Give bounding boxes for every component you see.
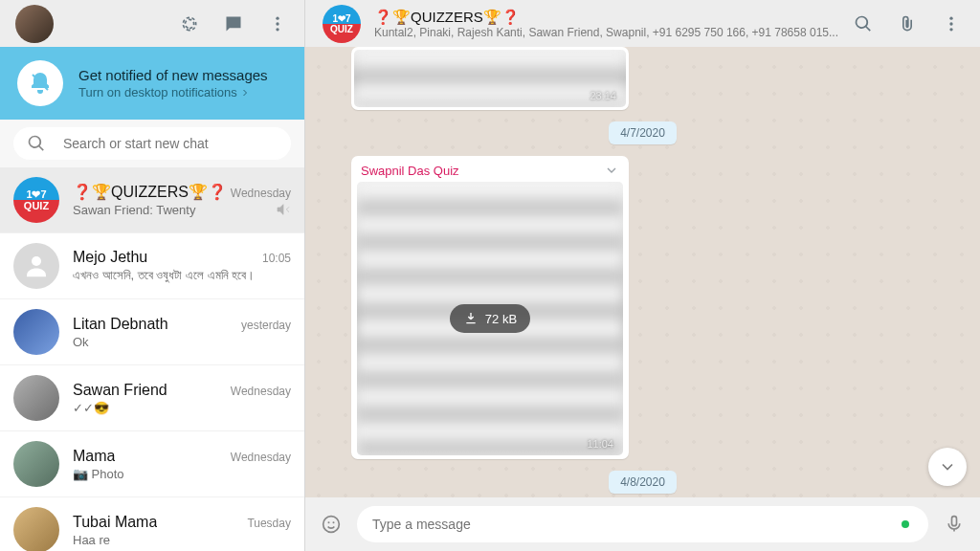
attach-icon[interactable] [896,12,919,35]
muted-icon [276,202,291,221]
chat-item[interactable]: Tubai MamaTuesday Haa re [0,497,304,551]
search-in-chat-icon[interactable] [852,12,875,35]
chevron-down-icon[interactable] [604,163,619,178]
header-icons [178,12,289,35]
conversation-panel: 1❤7QUIZ ❓🏆QUIZZERS🏆❓ Kuntal2, Pinaki, Ra… [305,0,980,551]
chat-preview: ✓✓😎 [73,401,291,415]
chat-item[interactable]: Litan Debnathyesterday Ok [0,299,304,365]
svg-point-2 [276,28,278,31]
chat-avatar [13,441,59,487]
svg-point-5 [949,22,952,25]
conversation-members: Kuntal2, Pinaki, Rajesh Kanti, Sawan Fri… [374,26,838,39]
chat-name: ❓🏆QUIZZERS🏆❓ [73,183,227,201]
message-input-wrapper[interactable] [357,506,928,542]
bell-off-icon [17,60,63,106]
chevron-right-icon [239,87,251,99]
message-sender: Swapnil Das Quiz [361,164,459,178]
download-button[interactable]: 72 kB [450,304,530,333]
svg-point-9 [332,521,334,523]
svg-point-3 [32,256,41,266]
chat-list: 1❤7QUIZ ❓🏆QUIZZERS🏆❓Wednesday Sawan Frie… [0,167,304,551]
search-box[interactable] [13,127,291,160]
chat-avatar [13,507,59,551]
chat-menu-icon[interactable] [940,12,963,35]
chat-avatar [13,375,59,421]
svg-point-8 [327,521,329,523]
image-placeholder[interactable]: 23:14 [354,50,626,107]
svg-point-1 [276,22,278,25]
message-sender-row: Swapnil Das Quiz [357,161,623,182]
chat-time: 10:05 [262,252,291,265]
search-input[interactable] [63,136,278,151]
chat-name: Litan Debnath [73,316,168,333]
chat-preview: Sawan Friend: Twenty [73,203,291,217]
notification-texts: Get notified of new messages Turn on des… [78,67,268,99]
message-time: 23:14 [590,90,616,101]
scroll-to-bottom-button[interactable] [928,448,967,486]
chat-name: Mejo Jethu [73,249,147,266]
search-icon [27,134,46,153]
chat-item[interactable]: Sawan FriendWednesday ✓✓😎 [0,365,304,431]
chat-time: Wednesday [231,385,291,398]
svg-point-4 [949,16,952,19]
new-chat-icon[interactable] [222,12,245,35]
chat-avatar [13,243,59,289]
message-input-bar [305,497,980,551]
conversation-header[interactable]: 1❤7QUIZ ❓🏆QUIZZERS🏆❓ Kuntal2, Pinaki, Ra… [305,0,980,47]
chat-preview: Ok [73,335,291,349]
chat-name: Sawan Friend [73,382,167,399]
notification-bar[interactable]: Get notified of new messages Turn on des… [0,47,304,120]
message-input[interactable] [372,517,902,532]
user-avatar[interactable] [15,5,54,43]
chat-time: yesterday [241,319,291,332]
left-panel-header [0,0,304,47]
mic-icon[interactable] [942,512,967,537]
chat-item[interactable]: MamaWednesday 📷 Photo [0,431,304,497]
date-separator: 4/7/2020 [609,121,677,144]
search-bar [0,120,304,167]
notification-action[interactable]: Turn on desktop notifications [78,85,268,99]
conversation-title: ❓🏆QUIZZERS🏆❓ [374,9,838,26]
chat-name: Tubai Mama [73,514,157,531]
chat-time: Wednesday [231,451,291,464]
messages-area: 23:14 4/7/2020 Swapnil Das Quiz 72 kB 11… [305,47,980,497]
download-icon [463,311,479,326]
chat-name: Mama [73,448,115,465]
chat-preview: Haa re [73,533,291,547]
date-separator: 4/8/2020 [609,471,677,494]
chat-time: Wednesday [231,187,291,200]
menu-icon[interactable] [266,12,289,35]
chat-item-quizzers[interactable]: 1❤7QUIZ ❓🏆QUIZZERS🏆❓Wednesday Sawan Frie… [0,167,304,233]
svg-point-0 [276,16,278,19]
chat-time: Tuesday [247,517,291,530]
chat-preview: 📷 Photo [73,467,291,481]
image-placeholder[interactable]: 72 kB 11:04 [357,182,623,455]
download-size: 72 kB [485,312,517,326]
status-icon[interactable] [178,12,201,35]
message-time: 11:04 [587,438,613,450]
chat-item[interactable]: Mejo Jethu10:05 এখনও আসেনি, তবে ওষুধটা এ… [0,233,304,299]
emoji-icon[interactable] [319,512,344,537]
group-avatar[interactable]: 1❤7QUIZ [323,5,361,43]
svg-point-6 [949,28,952,31]
notification-title: Get notified of new messages [78,67,268,83]
chat-preview: এখনও আসেনি, তবে ওষুধটা এলে এমনি হবে। [73,268,291,283]
typing-indicator [902,520,909,528]
left-panel: Get notified of new messages Turn on des… [0,0,305,551]
message-bubble[interactable]: 23:14 [351,47,629,110]
svg-point-7 [323,517,340,533]
chat-avatar: 1❤7QUIZ [13,177,59,223]
message-bubble[interactable]: Swapnil Das Quiz 72 kB 11:04 [351,156,629,459]
chat-avatar [13,309,59,355]
